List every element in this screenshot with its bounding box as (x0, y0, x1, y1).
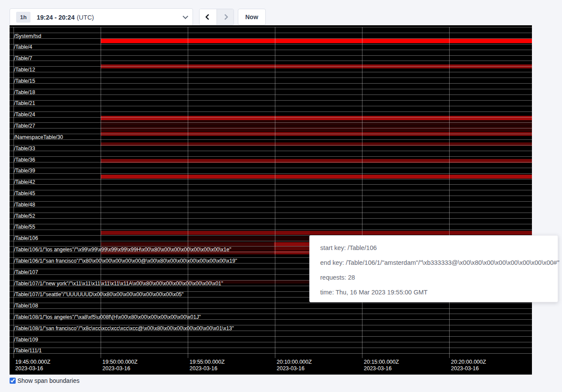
span-boundary-line (10, 50, 532, 50)
tooltip-line: requests: 28 (320, 270, 547, 285)
time-gridline (14, 27, 14, 358)
key-visualizer-canvas[interactable]: /System/tsd/Table/4/Table/7/Table/12/Tab… (10, 25, 532, 375)
hover-tooltip: start key: /Table/106end key: /Table/106… (309, 235, 558, 302)
span-boundary-line (10, 83, 532, 84)
span-boundary-line (10, 78, 532, 78)
span-boundary-line (10, 168, 532, 168)
span-boundary-line (10, 117, 532, 118)
span-boundary-line (10, 162, 532, 162)
span-boundary-line (10, 353, 532, 354)
tick-date: 2023-03-16 (451, 365, 486, 372)
tooltip-line: start key: /Table/106 (320, 240, 547, 255)
tick-time: 19:50:00.000Z (102, 359, 138, 365)
chevron-down-icon (183, 14, 188, 19)
checkbox-label: Show span boundaries (17, 377, 79, 384)
tick-time: 20:20:00.000Z (451, 359, 486, 365)
span-boundary-line (10, 72, 532, 72)
span-boundary-line (10, 33, 532, 33)
tooltip-line: time: Thu, 16 Mar 2023 19:55:00 GMT (320, 285, 547, 300)
span-boundary-line (10, 55, 532, 56)
time-preset-badge: 1h (16, 12, 30, 23)
span-boundary-line (10, 342, 532, 342)
tick-time: 20:15:00.000Z (364, 359, 399, 365)
span-boundary-line (10, 106, 532, 106)
span-boundary-line (10, 319, 532, 320)
heatmap-band[interactable] (101, 242, 274, 246)
now-button[interactable]: Now (238, 9, 266, 25)
tick-time: 19:55:00.000Z (190, 359, 225, 365)
span-boundary-line (10, 151, 532, 151)
time-gridline (101, 27, 101, 358)
tick-date: 2023-03-16 (15, 365, 51, 372)
heatmap-band[interactable] (101, 251, 274, 254)
span-boundary-line (10, 112, 532, 112)
span-boundary-line (10, 139, 532, 140)
span-boundary-line (10, 196, 532, 196)
span-boundary-line (10, 38, 532, 39)
time-gridline (188, 27, 188, 358)
toolbar: 1h 19:24 - 20:24 (UTC) Now (0, 0, 562, 25)
span-boundary-line (10, 190, 532, 190)
span-boundary-line (10, 224, 532, 224)
next-interval-button[interactable] (217, 9, 234, 25)
time-gridline (449, 27, 450, 358)
span-boundary-line (10, 184, 532, 185)
span-boundary-line (10, 314, 532, 314)
time-nav-group (199, 9, 234, 25)
heatmap-band[interactable] (101, 247, 274, 250)
x-axis-tick: 20:20:00.000Z2023-03-16 (451, 359, 486, 372)
heatmap-band[interactable] (101, 116, 532, 120)
x-axis-tick: 19:50:00.000Z2023-03-16 (102, 359, 138, 372)
span-boundary-line (10, 348, 532, 348)
span-boundary-line (10, 122, 532, 123)
time-gridline (275, 27, 275, 358)
timezone-label: (UTC) (77, 14, 94, 21)
tick-date: 2023-03-16 (190, 365, 225, 372)
span-boundary-line (10, 201, 532, 202)
prev-interval-button[interactable] (200, 9, 217, 25)
span-boundary-line (10, 303, 532, 303)
span-boundary-line (10, 100, 532, 101)
tick-date: 2023-03-16 (277, 365, 312, 372)
span-boundary-line (10, 44, 532, 44)
time-gridline (362, 27, 362, 358)
span-boundary-line (10, 336, 532, 337)
chevron-right-icon (222, 14, 228, 20)
time-range-text: 19:24 - 20:24 (37, 14, 74, 21)
tick-date: 2023-03-16 (102, 365, 138, 372)
span-boundary-line (10, 66, 532, 67)
heatmap-band[interactable] (101, 39, 532, 43)
span-boundary-line (10, 325, 532, 325)
time-range-picker[interactable]: 1h 19:24 - 20:24 (UTC) (10, 8, 193, 26)
span-boundary-line (10, 27, 532, 27)
span-boundary-line (10, 308, 532, 309)
x-axis-tick: 19:45:00.000Z2023-03-16 (15, 359, 51, 372)
span-boundary-line (10, 95, 532, 95)
tooltip-line: end key: /Table/106/1/"amsterdam"/"\xb33… (320, 255, 547, 270)
tick-time: 19:45:00.000Z (15, 359, 51, 365)
heatmap-band[interactable] (101, 121, 532, 126)
x-axis-tick: 20:10:00.000Z2023-03-16 (277, 359, 312, 372)
checkbox-input[interactable] (10, 378, 16, 384)
chevron-left-icon (205, 14, 211, 20)
x-axis-tick: 20:15:00.000Z2023-03-16 (364, 359, 399, 372)
span-boundary-line (10, 134, 532, 134)
span-boundary-line (10, 156, 532, 157)
span-boundary-line (10, 331, 532, 331)
span-boundary-line (10, 145, 532, 145)
span-boundary-line (10, 173, 532, 174)
show-span-boundaries-checkbox[interactable]: Show span boundaries (10, 377, 79, 384)
span-boundary-line (10, 230, 532, 230)
span-boundary-line (10, 89, 532, 89)
x-axis-tick: 19:55:00.000Z2023-03-16 (190, 359, 225, 372)
span-boundary-line (10, 218, 532, 219)
span-boundary-line (10, 207, 532, 207)
span-boundary-line (10, 128, 532, 128)
tick-time: 20:10:00.000Z (277, 359, 312, 365)
heatmap-band[interactable] (101, 231, 532, 235)
tick-date: 2023-03-16 (364, 365, 399, 372)
span-boundary-line (10, 61, 532, 61)
span-boundary-line (10, 179, 532, 179)
heatmap-band[interactable] (101, 126, 532, 132)
heatmap-band[interactable] (101, 175, 532, 179)
